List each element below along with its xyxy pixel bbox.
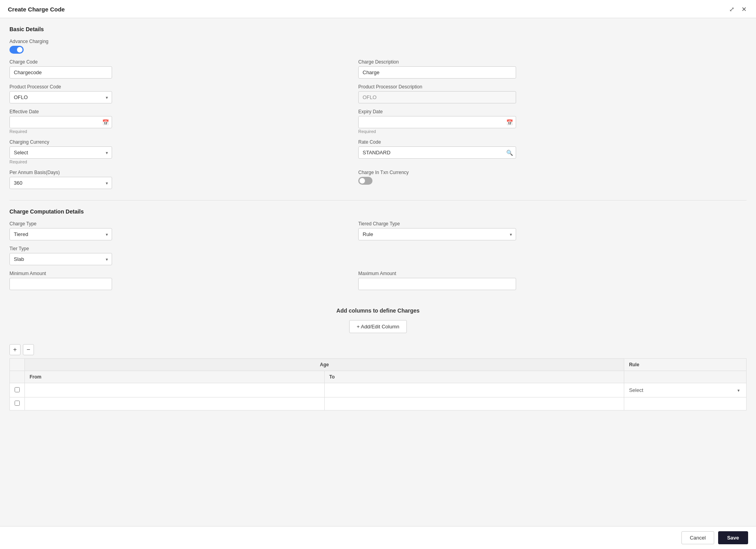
per-annum-basis-group: Per Annum Basis(Days) 360 365 ▾: [9, 170, 112, 189]
table-sub-header-to: To: [324, 371, 624, 383]
dates-row: Effective Date 📅 Required Expiry Date 📅 …: [9, 109, 747, 134]
charging-currency-select-wrapper: Select ▾: [9, 146, 112, 159]
minimum-amount-label: Minimum Amount: [9, 271, 112, 276]
tier-type-group: Tier Type Slab Range ▾: [9, 246, 112, 265]
effective-date-calendar-icon[interactable]: 📅: [102, 119, 109, 126]
product-processor-desc-group: Product Processor Description: [358, 84, 516, 103]
row1-from-input[interactable]: [30, 386, 320, 394]
charge-type-select-wrapper: Tiered Fixed Percentage ▾: [9, 228, 112, 240]
advance-charging-slider: [9, 46, 24, 54]
product-processor-code-select-wrapper: OFLO ▾: [9, 91, 112, 103]
charge-code-group: Charge Code: [9, 59, 112, 79]
effective-date-group: Effective Date 📅 Required: [9, 109, 112, 134]
charge-description-input[interactable]: [358, 66, 516, 79]
charge-in-txn-currency-group: Charge In Txn Currency: [358, 170, 516, 185]
charge-description-label: Charge Description: [358, 59, 516, 65]
row2-checkbox-cell: [10, 397, 25, 410]
row1-rule-select[interactable]: Select: [629, 387, 741, 393]
basic-details-section: Basic Details Advance Charging Charge Co…: [9, 26, 747, 189]
charge-type-group: Charge Type Tiered Fixed Percentage ▾: [9, 221, 112, 240]
maximum-amount-group: Maximum Amount: [358, 271, 516, 290]
effective-date-required: Required: [9, 129, 112, 134]
table-controls: + −: [9, 341, 747, 358]
expiry-date-required: Required: [358, 129, 516, 134]
charge-code-label: Charge Code: [9, 59, 112, 65]
minimum-amount-input[interactable]: [9, 278, 112, 290]
cancel-button[interactable]: Cancel: [681, 531, 714, 544]
tier-type-select-wrapper: Slab Range ▾: [9, 253, 112, 265]
modal-header-icons: ⤢ ✕: [728, 5, 748, 14]
row1-to-cell: [324, 383, 624, 397]
expiry-date-label: Expiry Date: [358, 109, 516, 114]
remove-row-button[interactable]: −: [23, 344, 34, 355]
row1-rule-select-wrapper: Select ▾: [629, 387, 741, 393]
rate-code-input[interactable]: [358, 146, 516, 159]
charge-description-group: Charge Description: [358, 59, 516, 79]
expiry-date-group: Expiry Date 📅 Required: [358, 109, 516, 134]
charge-computation-title: Charge Computation Details: [9, 208, 747, 215]
processor-code-row: Product Processor Code OFLO ▾ Product Pr…: [9, 84, 747, 103]
charging-currency-select[interactable]: Select: [9, 146, 112, 159]
add-columns-title: Add columns to define Charges: [9, 307, 747, 314]
product-processor-code-group: Product Processor Code OFLO ▾: [9, 84, 112, 103]
charge-in-txn-currency-toggle[interactable]: [358, 177, 372, 185]
rate-code-search-icon[interactable]: 🔍: [506, 150, 513, 156]
table-header-age: Age: [25, 359, 624, 371]
charge-type-select[interactable]: Tiered Fixed Percentage: [9, 228, 112, 240]
row2-from-cell: [25, 397, 325, 410]
modal-header: Create Charge Code ⤢ ✕: [0, 0, 756, 18]
table-sub-header-checkbox: [10, 371, 25, 383]
effective-date-wrapper: 📅: [9, 116, 112, 128]
row1-rule-cell: Select ▾: [624, 383, 747, 397]
table-sub-header-rule-empty: [624, 371, 747, 383]
row1-checkbox-cell: [10, 383, 25, 397]
effective-date-label: Effective Date: [9, 109, 112, 114]
add-row-button[interactable]: +: [9, 344, 21, 355]
expiry-date-calendar-icon[interactable]: 📅: [506, 119, 513, 126]
product-processor-desc-label: Product Processor Description: [358, 84, 516, 90]
row1-to-input[interactable]: [329, 386, 619, 394]
advance-charging-toggle[interactable]: [9, 46, 24, 54]
close-icon[interactable]: ✕: [740, 5, 748, 14]
charging-currency-label: Charging Currency: [9, 139, 112, 145]
row2-rule-cell: [624, 397, 747, 410]
charge-computation-section: Charge Computation Details Charge Type T…: [9, 208, 747, 410]
tiered-charge-type-select[interactable]: Rule Percentage: [358, 228, 516, 240]
section-divider: [9, 200, 747, 200]
charge-code-input[interactable]: [9, 66, 112, 79]
tier-type-select[interactable]: Slab Range: [9, 253, 112, 265]
product-processor-desc-input: [358, 91, 516, 103]
table-row: Select ▾: [10, 383, 747, 397]
product-processor-code-label: Product Processor Code: [9, 84, 112, 90]
row2-checkbox[interactable]: [15, 401, 20, 406]
table-header-checkbox-col: [10, 359, 25, 371]
currency-rate-row: Charging Currency Select ▾ Required Rate…: [9, 139, 747, 164]
tier-type-label: Tier Type: [9, 246, 112, 251]
save-button[interactable]: Save: [718, 531, 748, 544]
expand-icon[interactable]: ⤢: [728, 5, 736, 14]
charging-currency-group: Charging Currency Select ▾ Required: [9, 139, 112, 164]
modal-title: Create Charge Code: [8, 6, 65, 13]
per-annum-basis-select[interactable]: 360 365: [9, 177, 112, 189]
expiry-date-input[interactable]: [358, 116, 516, 128]
tier-type-row: Tier Type Slab Range ▾: [9, 246, 747, 265]
maximum-amount-input[interactable]: [358, 278, 516, 290]
charge-in-txn-currency-slider: [358, 177, 372, 185]
expiry-date-wrapper: 📅: [358, 116, 516, 128]
charge-type-label: Charge Type: [9, 221, 112, 227]
tiered-charge-type-group: Tiered Charge Type Rule Percentage ▾: [358, 221, 516, 240]
add-edit-column-button[interactable]: + Add/Edit Column: [349, 320, 407, 333]
per-annum-row: Per Annum Basis(Days) 360 365 ▾ Charge I…: [9, 170, 747, 189]
per-annum-basis-select-wrapper: 360 365 ▾: [9, 177, 112, 189]
per-annum-basis-label: Per Annum Basis(Days): [9, 170, 112, 175]
effective-date-input[interactable]: [9, 116, 112, 128]
add-columns-area: Add columns to define Charges + Add/Edit…: [9, 296, 747, 341]
advance-charging-row: Advance Charging: [9, 39, 747, 54]
charging-currency-required: Required: [9, 159, 112, 164]
charge-code-row: Charge Code Charge Description: [9, 59, 747, 79]
tiered-charge-type-select-wrapper: Rule Percentage ▾: [358, 228, 516, 240]
row1-checkbox[interactable]: [15, 387, 20, 392]
amounts-row: Minimum Amount Maximum Amount: [9, 271, 747, 290]
table-row: [10, 397, 747, 410]
product-processor-code-select[interactable]: OFLO: [9, 91, 112, 103]
